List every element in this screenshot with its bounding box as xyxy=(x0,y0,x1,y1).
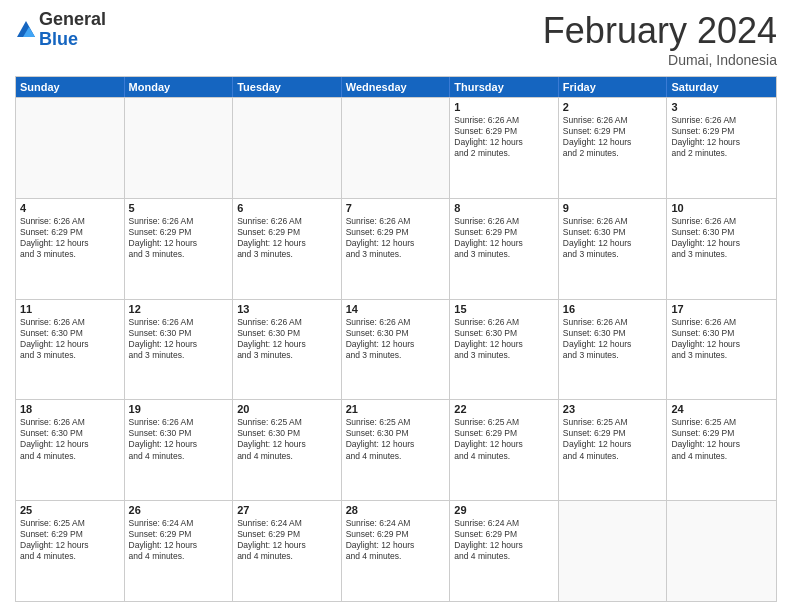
cell-info: Sunrise: 6:26 AM Sunset: 6:29 PM Dayligh… xyxy=(671,115,772,159)
calendar-cell-empty xyxy=(342,98,451,198)
calendar-cell-6: 6Sunrise: 6:26 AM Sunset: 6:29 PM Daylig… xyxy=(233,199,342,299)
cell-day-number: 24 xyxy=(671,403,772,415)
calendar-cell-15: 15Sunrise: 6:26 AM Sunset: 6:30 PM Dayli… xyxy=(450,300,559,400)
cell-day-number: 2 xyxy=(563,101,663,113)
cell-day-number: 10 xyxy=(671,202,772,214)
calendar: SundayMondayTuesdayWednesdayThursdayFrid… xyxy=(15,76,777,602)
calendar-subtitle: Dumai, Indonesia xyxy=(543,52,777,68)
header-day-monday: Monday xyxy=(125,77,234,97)
header-day-tuesday: Tuesday xyxy=(233,77,342,97)
header-day-friday: Friday xyxy=(559,77,668,97)
cell-day-number: 12 xyxy=(129,303,229,315)
cell-day-number: 26 xyxy=(129,504,229,516)
header-day-saturday: Saturday xyxy=(667,77,776,97)
cell-info: Sunrise: 6:24 AM Sunset: 6:29 PM Dayligh… xyxy=(129,518,229,562)
logo-general: General xyxy=(39,9,106,29)
cell-info: Sunrise: 6:26 AM Sunset: 6:29 PM Dayligh… xyxy=(454,216,554,260)
cell-info: Sunrise: 6:26 AM Sunset: 6:29 PM Dayligh… xyxy=(346,216,446,260)
calendar-cell-4: 4Sunrise: 6:26 AM Sunset: 6:29 PM Daylig… xyxy=(16,199,125,299)
cell-info: Sunrise: 6:26 AM Sunset: 6:30 PM Dayligh… xyxy=(563,317,663,361)
calendar-row-3: 11Sunrise: 6:26 AM Sunset: 6:30 PM Dayli… xyxy=(16,299,776,400)
logo-icon xyxy=(15,19,37,41)
cell-info: Sunrise: 6:26 AM Sunset: 6:30 PM Dayligh… xyxy=(20,417,120,461)
cell-day-number: 27 xyxy=(237,504,337,516)
cell-info: Sunrise: 6:26 AM Sunset: 6:29 PM Dayligh… xyxy=(129,216,229,260)
logo-blue: Blue xyxy=(39,29,78,49)
calendar-cell-23: 23Sunrise: 6:25 AM Sunset: 6:29 PM Dayli… xyxy=(559,400,668,500)
cell-info: Sunrise: 6:26 AM Sunset: 6:30 PM Dayligh… xyxy=(671,317,772,361)
calendar-cell-5: 5Sunrise: 6:26 AM Sunset: 6:29 PM Daylig… xyxy=(125,199,234,299)
cell-day-number: 5 xyxy=(129,202,229,214)
cell-day-number: 20 xyxy=(237,403,337,415)
calendar-cell-empty xyxy=(667,501,776,601)
cell-day-number: 23 xyxy=(563,403,663,415)
header: General Blue February 2024 Dumai, Indone… xyxy=(15,10,777,68)
cell-info: Sunrise: 6:26 AM Sunset: 6:30 PM Dayligh… xyxy=(671,216,772,260)
page: General Blue February 2024 Dumai, Indone… xyxy=(0,0,792,612)
cell-day-number: 11 xyxy=(20,303,120,315)
cell-info: Sunrise: 6:26 AM Sunset: 6:29 PM Dayligh… xyxy=(237,216,337,260)
cell-info: Sunrise: 6:24 AM Sunset: 6:29 PM Dayligh… xyxy=(454,518,554,562)
calendar-cell-22: 22Sunrise: 6:25 AM Sunset: 6:29 PM Dayli… xyxy=(450,400,559,500)
logo: General Blue xyxy=(15,10,106,50)
calendar-row-4: 18Sunrise: 6:26 AM Sunset: 6:30 PM Dayli… xyxy=(16,399,776,500)
cell-day-number: 1 xyxy=(454,101,554,113)
header-day-thursday: Thursday xyxy=(450,77,559,97)
cell-info: Sunrise: 6:26 AM Sunset: 6:30 PM Dayligh… xyxy=(237,317,337,361)
calendar-cell-9: 9Sunrise: 6:26 AM Sunset: 6:30 PM Daylig… xyxy=(559,199,668,299)
calendar-row-2: 4Sunrise: 6:26 AM Sunset: 6:29 PM Daylig… xyxy=(16,198,776,299)
calendar-cell-25: 25Sunrise: 6:25 AM Sunset: 6:29 PM Dayli… xyxy=(16,501,125,601)
calendar-cell-28: 28Sunrise: 6:24 AM Sunset: 6:29 PM Dayli… xyxy=(342,501,451,601)
cell-info: Sunrise: 6:26 AM Sunset: 6:30 PM Dayligh… xyxy=(454,317,554,361)
cell-info: Sunrise: 6:25 AM Sunset: 6:30 PM Dayligh… xyxy=(237,417,337,461)
cell-info: Sunrise: 6:26 AM Sunset: 6:30 PM Dayligh… xyxy=(563,216,663,260)
calendar-cell-2: 2Sunrise: 6:26 AM Sunset: 6:29 PM Daylig… xyxy=(559,98,668,198)
cell-info: Sunrise: 6:26 AM Sunset: 6:30 PM Dayligh… xyxy=(129,417,229,461)
calendar-cell-empty xyxy=(559,501,668,601)
calendar-cell-21: 21Sunrise: 6:25 AM Sunset: 6:30 PM Dayli… xyxy=(342,400,451,500)
cell-info: Sunrise: 6:25 AM Sunset: 6:29 PM Dayligh… xyxy=(454,417,554,461)
calendar-cell-13: 13Sunrise: 6:26 AM Sunset: 6:30 PM Dayli… xyxy=(233,300,342,400)
cell-day-number: 14 xyxy=(346,303,446,315)
calendar-body: 1Sunrise: 6:26 AM Sunset: 6:29 PM Daylig… xyxy=(16,97,776,601)
cell-day-number: 7 xyxy=(346,202,446,214)
calendar-cell-18: 18Sunrise: 6:26 AM Sunset: 6:30 PM Dayli… xyxy=(16,400,125,500)
calendar-cell-12: 12Sunrise: 6:26 AM Sunset: 6:30 PM Dayli… xyxy=(125,300,234,400)
cell-info: Sunrise: 6:26 AM Sunset: 6:30 PM Dayligh… xyxy=(129,317,229,361)
calendar-cell-3: 3Sunrise: 6:26 AM Sunset: 6:29 PM Daylig… xyxy=(667,98,776,198)
calendar-row-5: 25Sunrise: 6:25 AM Sunset: 6:29 PM Dayli… xyxy=(16,500,776,601)
cell-day-number: 17 xyxy=(671,303,772,315)
cell-day-number: 28 xyxy=(346,504,446,516)
cell-info: Sunrise: 6:25 AM Sunset: 6:29 PM Dayligh… xyxy=(671,417,772,461)
calendar-cell-14: 14Sunrise: 6:26 AM Sunset: 6:30 PM Dayli… xyxy=(342,300,451,400)
cell-info: Sunrise: 6:25 AM Sunset: 6:29 PM Dayligh… xyxy=(563,417,663,461)
cell-info: Sunrise: 6:25 AM Sunset: 6:29 PM Dayligh… xyxy=(20,518,120,562)
calendar-cell-29: 29Sunrise: 6:24 AM Sunset: 6:29 PM Dayli… xyxy=(450,501,559,601)
calendar-cell-19: 19Sunrise: 6:26 AM Sunset: 6:30 PM Dayli… xyxy=(125,400,234,500)
calendar-cell-empty xyxy=(16,98,125,198)
cell-day-number: 4 xyxy=(20,202,120,214)
calendar-cell-16: 16Sunrise: 6:26 AM Sunset: 6:30 PM Dayli… xyxy=(559,300,668,400)
calendar-cell-empty xyxy=(125,98,234,198)
calendar-cell-17: 17Sunrise: 6:26 AM Sunset: 6:30 PM Dayli… xyxy=(667,300,776,400)
cell-day-number: 19 xyxy=(129,403,229,415)
cell-day-number: 16 xyxy=(563,303,663,315)
cell-info: Sunrise: 6:24 AM Sunset: 6:29 PM Dayligh… xyxy=(237,518,337,562)
cell-info: Sunrise: 6:26 AM Sunset: 6:29 PM Dayligh… xyxy=(20,216,120,260)
cell-day-number: 18 xyxy=(20,403,120,415)
cell-day-number: 6 xyxy=(237,202,337,214)
cell-day-number: 13 xyxy=(237,303,337,315)
cell-info: Sunrise: 6:24 AM Sunset: 6:29 PM Dayligh… xyxy=(346,518,446,562)
calendar-header: SundayMondayTuesdayWednesdayThursdayFrid… xyxy=(16,77,776,97)
cell-day-number: 9 xyxy=(563,202,663,214)
title-block: February 2024 Dumai, Indonesia xyxy=(543,10,777,68)
cell-info: Sunrise: 6:26 AM Sunset: 6:30 PM Dayligh… xyxy=(346,317,446,361)
cell-day-number: 15 xyxy=(454,303,554,315)
calendar-cell-10: 10Sunrise: 6:26 AM Sunset: 6:30 PM Dayli… xyxy=(667,199,776,299)
calendar-cell-24: 24Sunrise: 6:25 AM Sunset: 6:29 PM Dayli… xyxy=(667,400,776,500)
calendar-cell-1: 1Sunrise: 6:26 AM Sunset: 6:29 PM Daylig… xyxy=(450,98,559,198)
cell-day-number: 22 xyxy=(454,403,554,415)
calendar-cell-11: 11Sunrise: 6:26 AM Sunset: 6:30 PM Dayli… xyxy=(16,300,125,400)
cell-day-number: 25 xyxy=(20,504,120,516)
cell-day-number: 29 xyxy=(454,504,554,516)
